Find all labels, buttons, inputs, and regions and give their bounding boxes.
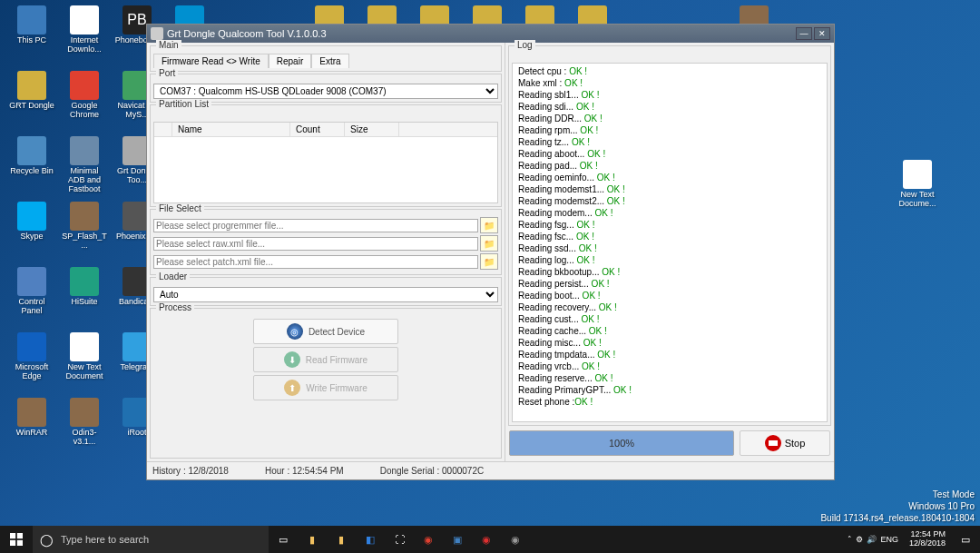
port-select[interactable]: COM37 : Qualcomm HS-USB QDLoader 9008 (C…: [153, 84, 498, 99]
desktop-icon[interactable]: Google Chrome: [62, 71, 107, 120]
tab-bar: Firmware Read <> Write Repair Extra: [153, 54, 498, 68]
cortana-icon: ◯: [40, 533, 54, 547]
app-window: Grt Dongle Qualcoom Tool V.1.0.0.3 — ✕ M…: [146, 24, 835, 480]
taskbar-app-edge[interactable]: ◧: [356, 526, 385, 553]
taskbar-app-store[interactable]: ⛶: [385, 526, 414, 553]
browse-patchxml-button[interactable]: 📁: [480, 253, 498, 270]
status-bar: History : 12/8/2018 Hour : 12:54:54 PM D…: [147, 461, 834, 479]
minimize-button[interactable]: —: [796, 27, 812, 40]
tray-up-icon[interactable]: ˄: [848, 535, 852, 544]
tab-repair[interactable]: Repair: [269, 54, 311, 68]
taskbar: ◯ Type here to search ▭ ▮ ▮ ◧ ⛶ ◉ ▣ ◉ ◉ …: [0, 526, 980, 553]
taskbar-app-folder[interactable]: ▮: [327, 526, 356, 553]
process-group-label: Process: [156, 302, 194, 312]
action-center-button[interactable]: ▭: [951, 526, 980, 553]
patchxml-file-input[interactable]: [153, 255, 478, 269]
start-button[interactable]: [0, 526, 33, 553]
taskbar-app-photoshop[interactable]: ▣: [443, 526, 472, 553]
desktop-icon[interactable]: New Text Docume...: [895, 160, 940, 209]
status-history: History : 12/8/2018: [152, 466, 229, 476]
desktop-icon[interactable]: Microsoft Edge: [9, 332, 54, 381]
window-title: Grt Dongle Qualcoom Tool V.1.0.0.3: [167, 28, 794, 39]
browse-programmer-button[interactable]: 📁: [480, 217, 498, 233]
search-box[interactable]: ◯ Type here to search: [33, 526, 269, 553]
log-group-label: Log: [514, 40, 535, 50]
desktop-icon[interactable]: WinRAR: [9, 398, 54, 438]
desktop-icon[interactable]: SP_Flash_T...: [62, 202, 107, 251]
tab-firmware[interactable]: Firmware Read <> Write: [153, 54, 269, 68]
system-info-watermark: Test Mode Windows 10 Pro Build 17134.rs4…: [820, 489, 975, 524]
tab-extra[interactable]: Extra: [311, 54, 348, 68]
desktop-icon[interactable]: Internet Downlo...: [62, 5, 107, 54]
svg-rect-0: [10, 533, 15, 538]
desktop-icon[interactable]: Recycle Bin: [9, 136, 54, 176]
log-output[interactable]: Detect cpu : OK !Make xml : OK !Reading …: [512, 63, 828, 422]
taskbar-clock[interactable]: 12:54 PM 12/8/2018: [904, 530, 951, 548]
task-view-button[interactable]: ▭: [269, 526, 298, 553]
programmer-file-input[interactable]: [153, 219, 478, 232]
taskbar-app-grt[interactable]: ◉: [501, 526, 530, 553]
tray-network-icon[interactable]: ⚙: [856, 535, 863, 544]
app-icon: [151, 27, 163, 40]
desktop-icon[interactable]: This PC: [9, 5, 54, 45]
windows-icon: [10, 533, 23, 546]
read-firmware-button[interactable]: ⬇Read Firmware: [253, 347, 398, 372]
status-serial: Dongle Serial : 0000072C: [380, 466, 485, 476]
svg-rect-3: [17, 540, 23, 546]
desktop-icon[interactable]: GRT Dongle: [9, 71, 54, 111]
taskbar-app-phoenix[interactable]: ◉: [472, 526, 501, 553]
desktop-icon[interactable]: Minimal ADB and Fastboot: [62, 136, 107, 194]
tray-lang[interactable]: ENG: [880, 535, 898, 544]
tray-volume-icon[interactable]: 🔊: [867, 535, 877, 544]
svg-rect-1: [17, 533, 23, 538]
port-group-label: Port: [156, 68, 178, 78]
system-tray[interactable]: ˄ ⚙ 🔊 ENG: [842, 535, 904, 544]
desktop-icon[interactable]: Odin3-v3.1...: [62, 398, 107, 447]
partition-group-label: Partition List: [156, 99, 211, 109]
desktop-icon[interactable]: New Text Document: [62, 332, 107, 381]
partition-table[interactable]: Name Count Size: [153, 122, 498, 203]
stop-icon: [765, 435, 781, 451]
browse-rawxml-button[interactable]: 📁: [480, 235, 498, 252]
detect-device-button[interactable]: ◎Detect Device: [253, 319, 398, 344]
desktop-icon[interactable]: HiSuite: [62, 267, 107, 307]
taskbar-app-explorer[interactable]: ▮: [298, 526, 327, 553]
desktop-icon[interactable]: Control Panel: [9, 267, 54, 316]
progress-bar: 100%: [509, 430, 734, 456]
loader-group-label: Loader: [156, 272, 190, 281]
loader-select[interactable]: Auto: [153, 287, 498, 302]
write-firmware-button[interactable]: ⬆Write Firmware: [253, 375, 398, 400]
fileselect-group-label: File Select: [156, 203, 204, 213]
stop-button[interactable]: Stop: [740, 430, 830, 456]
svg-rect-2: [10, 540, 15, 546]
rawxml-file-input[interactable]: [153, 237, 478, 251]
desktop-icon[interactable]: Skype: [9, 202, 54, 242]
main-group-label: Main: [156, 40, 181, 50]
title-bar[interactable]: Grt Dongle Qualcoom Tool V.1.0.0.3 — ✕: [147, 25, 834, 43]
taskbar-app-chrome[interactable]: ◉: [414, 526, 443, 553]
close-button[interactable]: ✕: [814, 27, 830, 40]
status-hour: Hour : 12:54:54 PM: [265, 466, 344, 476]
